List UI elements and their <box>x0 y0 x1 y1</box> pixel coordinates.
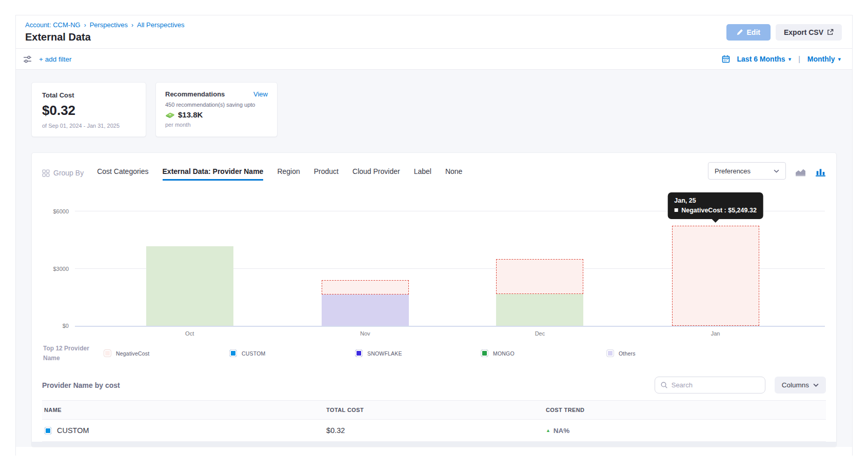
tooltip-series-value: NegativeCost : $5,249.32 <box>681 207 757 214</box>
breadcrumb-link-account-ccm-ng[interactable]: Account: CCM-NG <box>25 21 81 29</box>
page-title: External Data <box>25 31 185 43</box>
preferences-dropdown[interactable]: Preferences <box>708 162 786 180</box>
legend-label: NegativeCost <box>116 350 149 357</box>
y-axis-label: $6000 <box>53 208 69 214</box>
recommendations-period: per month <box>165 122 268 128</box>
legend-swatch-mongo <box>481 349 488 357</box>
page-header: Account: CCM-NG›Perspectives›All Perspec… <box>16 15 852 49</box>
tooltip-value-row: NegativeCost : $5,249.32 <box>674 207 757 214</box>
recommendations-savings-amount: $13.8K <box>178 110 203 119</box>
area-chart-toggle-icon[interactable] <box>795 168 806 176</box>
trend-up-icon: ▲ <box>546 428 550 433</box>
bar-chart-toggle-icon[interactable] <box>815 168 826 176</box>
search-box <box>655 377 765 394</box>
table-title: Provider Name by cost <box>42 381 655 389</box>
legend-item-custom[interactable]: CUSTOM <box>229 349 355 357</box>
legend-item-snowflake[interactable]: SNOWFLAKE <box>355 349 481 357</box>
view-recommendations-link[interactable]: View <box>253 90 268 98</box>
breadcrumb: Account: CCM-NG›Perspectives›All Perspec… <box>25 21 185 29</box>
legend-item-negativecost[interactable]: NegativeCost <box>104 349 229 357</box>
bar-nov-snowflake[interactable] <box>322 294 409 326</box>
name-cell: CUSTOM <box>44 426 320 435</box>
recommendations-card: Recommendations View 450 recommendation(… <box>155 82 278 137</box>
legend-swatch-others <box>606 349 614 357</box>
y-axis-label: $0 <box>63 323 69 329</box>
total-cost-title: Total Cost <box>42 91 135 99</box>
legend-swatch-snowflake <box>355 349 363 357</box>
column-header-name: NAME <box>42 401 324 420</box>
table-body: CUSTOM$0.32▲NA% <box>42 420 826 442</box>
filter-sliders-icon[interactable] <box>23 55 32 63</box>
preferences-label: Preferences <box>715 167 751 175</box>
table-row-custom[interactable]: CUSTOM$0.32▲NA% <box>42 420 826 442</box>
tab-product[interactable]: Product <box>314 167 339 181</box>
x-axis-label-nov: Nov <box>360 330 370 337</box>
tab-cloud-provider[interactable]: Cloud Provider <box>352 167 400 181</box>
trend-cell: ▲NA% <box>546 427 822 435</box>
cost-chart: $0$3000$6000OctNovDecJanJan, 25NegativeC… <box>42 196 826 327</box>
chart-tooltip: Jan, 25NegativeCost : $5,249.32 <box>667 192 763 219</box>
columns-button-label: Columns <box>782 381 809 389</box>
bar-dec-negativecost[interactable] <box>496 259 583 294</box>
tab-region[interactable]: Region <box>277 167 300 181</box>
breadcrumb-link-all-perspectives[interactable]: All Perspectives <box>137 21 184 29</box>
chevron-down-icon <box>813 383 819 387</box>
tab-cost-categories[interactable]: Cost Categories <box>97 167 148 181</box>
column-header-total-cost: TOTAL COST <box>324 401 544 420</box>
tooltip-series-marker <box>674 208 678 212</box>
chevron-down-icon <box>774 169 779 173</box>
cell-total-cost: $0.32 <box>324 420 544 442</box>
table-next-row-cut <box>32 442 836 446</box>
bar-dec-mongo[interactable] <box>496 294 583 326</box>
chevron-down-icon: ▾ <box>838 56 841 62</box>
legend-item-others[interactable]: Others <box>606 349 732 357</box>
summary-row: Total Cost $0.32 of Sep 01, 2024 - Jan 3… <box>31 82 837 137</box>
pencil-icon <box>737 29 743 35</box>
bar-oct-mongo[interactable] <box>146 246 233 326</box>
external-link-icon <box>827 29 834 35</box>
page-header-actions: Edit Export CSV <box>726 24 842 41</box>
table-toolbar: Provider Name by cost Columns <box>42 377 826 394</box>
total-cost-card: Total Cost $0.32 of Sep 01, 2024 - Jan 3… <box>31 82 146 137</box>
export-csv-label: Export CSV <box>784 28 823 36</box>
breadcrumb-separator: › <box>131 22 133 29</box>
granularity-dropdown[interactable]: Monthly ▾ <box>807 55 841 63</box>
legend-swatch-custom <box>229 349 237 357</box>
cell-name: CUSTOM <box>42 420 324 442</box>
chart-legend: Top 12 Provider Name NegativeCostCUSTOMS… <box>42 344 826 363</box>
legend-label: SNOWFLAKE <box>367 350 402 357</box>
tab-label[interactable]: Label <box>414 167 431 181</box>
total-cost-value: $0.32 <box>42 103 135 119</box>
breadcrumb-separator: › <box>84 22 86 29</box>
grid-icon <box>42 169 50 177</box>
granularity-label: Monthly <box>807 55 835 63</box>
filter-bar: + add filter Last 6 Months ▾ | Monthly ▾ <box>16 49 852 70</box>
time-range-label: Last 6 Months <box>737 55 785 63</box>
edit-button-label: Edit <box>747 28 760 36</box>
export-csv-button[interactable]: Export CSV <box>776 24 842 41</box>
add-filter-button[interactable]: + add filter <box>39 55 71 63</box>
group-by-label: Group By <box>42 169 84 181</box>
bar-jan-negativecost[interactable] <box>672 226 759 326</box>
bar-nov-negativecost[interactable] <box>322 280 409 294</box>
total-cost-period: of Sep 01, 2024 - Jan 31, 2025 <box>42 123 135 129</box>
time-range-dropdown[interactable]: Last 6 Months ▾ <box>737 55 792 63</box>
legend-swatch-negativecost <box>104 349 111 357</box>
search-input[interactable] <box>672 381 760 389</box>
page-body: Total Cost $0.32 of Sep 01, 2024 - Jan 3… <box>16 70 852 447</box>
column-header-cost-trend: COST TREND <box>544 401 826 420</box>
cell-cost-trend: ▲NA% <box>544 420 826 442</box>
search-icon <box>660 381 668 389</box>
tab-external-data-provider-name[interactable]: External Data: Provider Name <box>163 167 264 181</box>
breadcrumb-link-perspectives[interactable]: Perspectives <box>90 21 128 29</box>
columns-button[interactable]: Columns <box>775 377 826 394</box>
chevron-down-icon: ▾ <box>788 56 792 62</box>
trend-value: NA% <box>554 427 570 435</box>
legend-label: Others <box>619 350 636 357</box>
edit-button[interactable]: Edit <box>726 24 771 41</box>
legend-item-mongo[interactable]: MONGO <box>481 349 606 357</box>
y-axis-label: $3000 <box>53 266 69 272</box>
tab-none[interactable]: None <box>445 167 462 181</box>
legend-title: Top 12 Provider Name <box>43 344 104 363</box>
app-window: Account: CCM-NG›Perspectives›All Perspec… <box>15 15 853 456</box>
